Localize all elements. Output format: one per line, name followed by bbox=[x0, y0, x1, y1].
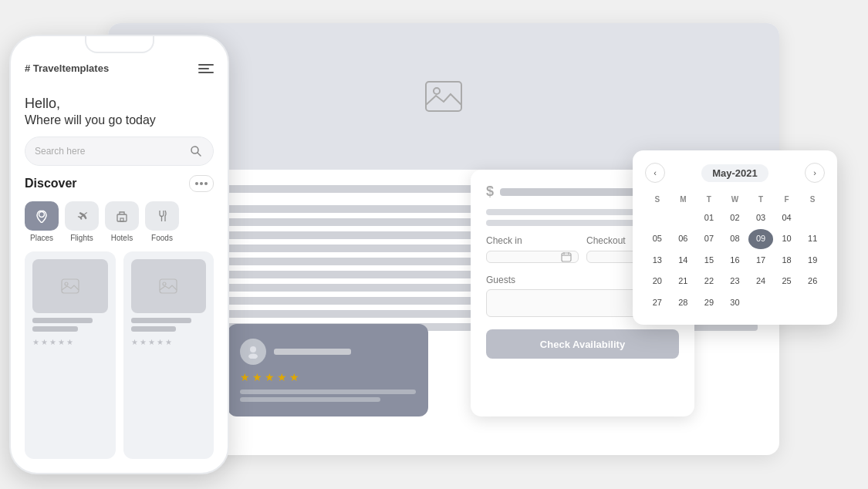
cc-star-1-4: ★ bbox=[58, 338, 65, 346]
cal-day-07[interactable]: 07 bbox=[697, 229, 721, 248]
day-header-t2: T bbox=[748, 192, 773, 207]
day-header-t1: T bbox=[697, 192, 721, 207]
cal-day-13[interactable]: 13 bbox=[645, 251, 670, 270]
category-tabs: Places Flights Hotels bbox=[25, 201, 214, 242]
foods-icon-box bbox=[145, 201, 179, 231]
cc-star-1-5: ★ bbox=[66, 338, 73, 346]
cal-day-14[interactable]: 14 bbox=[671, 251, 696, 270]
search-bar[interactable]: Search here bbox=[25, 137, 214, 166]
cal-empty-4 bbox=[748, 293, 773, 312]
svg-point-1 bbox=[434, 88, 440, 94]
cal-day-21[interactable]: 21 bbox=[671, 271, 696, 291]
cal-empty-6 bbox=[800, 293, 825, 312]
cal-empty-5 bbox=[775, 293, 799, 312]
cal-day-18[interactable]: 18 bbox=[775, 251, 799, 270]
cal-day-30[interactable]: 30 bbox=[723, 293, 748, 312]
cal-day-24[interactable]: 24 bbox=[748, 271, 773, 291]
card-image-2 bbox=[131, 259, 207, 313]
phone-content: # Traveltemplates Hello, Where will you … bbox=[11, 36, 228, 473]
cc-star-2-2: ★ bbox=[140, 338, 147, 346]
reviewer-avatar bbox=[240, 339, 266, 365]
hamburger-menu-button[interactable] bbox=[198, 64, 214, 73]
cal-day-22[interactable]: 22 bbox=[697, 271, 721, 291]
phone-brand-label: # Traveltemplates bbox=[25, 62, 109, 74]
hotels-icon-box bbox=[105, 201, 139, 231]
content-card-2: ★ ★ ★ ★ ★ bbox=[123, 251, 214, 459]
cal-day-26[interactable]: 26 bbox=[800, 271, 825, 291]
tab-hotels[interactable]: Hotels bbox=[105, 201, 139, 242]
cal-day-19[interactable]: 19 bbox=[800, 251, 825, 270]
flights-icon-box bbox=[65, 201, 99, 231]
cal-day-28[interactable]: 28 bbox=[671, 293, 696, 312]
reviewer-stars: ★ ★ ★ ★ ★ bbox=[240, 371, 416, 383]
tab-foods[interactable]: Foods bbox=[145, 201, 179, 242]
cal-day-08[interactable]: 08 bbox=[723, 229, 748, 248]
cal-day-29[interactable]: 29 bbox=[697, 293, 721, 312]
cc-star-2-1: ★ bbox=[131, 338, 138, 346]
star-4: ★ bbox=[277, 371, 287, 383]
phone-notch bbox=[85, 36, 154, 53]
image-placeholder-icon bbox=[424, 80, 463, 113]
card-image-1 bbox=[32, 259, 108, 313]
image-icon-2 bbox=[159, 278, 177, 294]
calendar-prev-button[interactable]: ‹ bbox=[645, 163, 665, 183]
cal-day-09[interactable]: 09 bbox=[748, 229, 773, 248]
calendar-month-title: May-2021 bbox=[701, 164, 768, 182]
cal-day-27[interactable]: 27 bbox=[645, 293, 670, 312]
cal-day-23[interactable]: 23 bbox=[723, 271, 748, 291]
svg-point-17 bbox=[163, 282, 166, 285]
cc-star-1-1: ★ bbox=[32, 338, 39, 346]
foods-icon bbox=[155, 209, 169, 223]
image-icon-1 bbox=[61, 278, 79, 294]
hamburger-line-1 bbox=[198, 64, 214, 66]
cal-day-01[interactable]: 01 bbox=[697, 208, 721, 228]
check-availability-button[interactable]: Check Availability bbox=[486, 329, 679, 359]
places-label: Places bbox=[30, 234, 53, 242]
price-symbol: $ bbox=[486, 184, 494, 200]
greeting-hello: Hello, bbox=[25, 96, 214, 112]
content-card-1: ★ ★ ★ ★ ★ bbox=[25, 251, 116, 459]
cal-empty-3 bbox=[800, 208, 825, 228]
hotels-label: Hotels bbox=[111, 234, 133, 242]
card-stars-1: ★ ★ ★ ★ ★ bbox=[32, 338, 108, 346]
cc-star-2-5: ★ bbox=[165, 338, 172, 346]
cal-day-06[interactable]: 06 bbox=[671, 229, 696, 248]
cal-day-17[interactable]: 17 bbox=[748, 251, 773, 270]
discover-more-button[interactable] bbox=[189, 175, 214, 192]
dot-2 bbox=[200, 182, 203, 185]
discover-header: Discover bbox=[25, 175, 214, 192]
svg-point-7 bbox=[248, 354, 258, 359]
foods-label: Foods bbox=[151, 234, 173, 242]
desc-line-2 bbox=[486, 220, 640, 226]
cal-day-15[interactable]: 15 bbox=[697, 251, 721, 270]
calendar-icon bbox=[561, 251, 572, 262]
tab-flights[interactable]: Flights bbox=[65, 201, 99, 242]
day-header-f: F bbox=[775, 192, 799, 207]
cal-empty-1 bbox=[645, 208, 670, 228]
reviewer-top bbox=[240, 339, 416, 365]
cal-day-25[interactable]: 25 bbox=[775, 271, 799, 291]
cc-line-2a bbox=[131, 318, 191, 323]
dot-3 bbox=[204, 182, 208, 185]
svg-point-10 bbox=[39, 212, 45, 218]
cal-day-11[interactable]: 11 bbox=[800, 229, 825, 248]
tab-places[interactable]: Places bbox=[25, 201, 59, 242]
cal-day-20[interactable]: 20 bbox=[645, 271, 670, 291]
calendar-grid: S M T W T F S 01 02 03 04 05 06 07 08 09… bbox=[645, 192, 825, 312]
cal-day-10[interactable]: 10 bbox=[775, 229, 799, 248]
hamburger-line-2 bbox=[198, 68, 209, 69]
cal-day-05[interactable]: 05 bbox=[645, 229, 670, 248]
cc-line-2b bbox=[131, 326, 177, 332]
svg-rect-16 bbox=[160, 279, 177, 293]
reviewer-text-lines bbox=[240, 390, 416, 402]
cal-day-16[interactable]: 16 bbox=[723, 251, 748, 270]
greeting-sub: Where will you go today bbox=[25, 113, 214, 127]
cal-day-03[interactable]: 03 bbox=[748, 208, 773, 228]
review-line-1 bbox=[240, 390, 416, 394]
cal-day-02[interactable]: 02 bbox=[723, 208, 748, 228]
star-3: ★ bbox=[265, 371, 275, 383]
star-2: ★ bbox=[252, 371, 262, 383]
checkin-input[interactable] bbox=[486, 251, 579, 263]
cal-day-04[interactable]: 04 bbox=[775, 208, 799, 228]
calendar-next-button[interactable]: › bbox=[805, 163, 825, 183]
